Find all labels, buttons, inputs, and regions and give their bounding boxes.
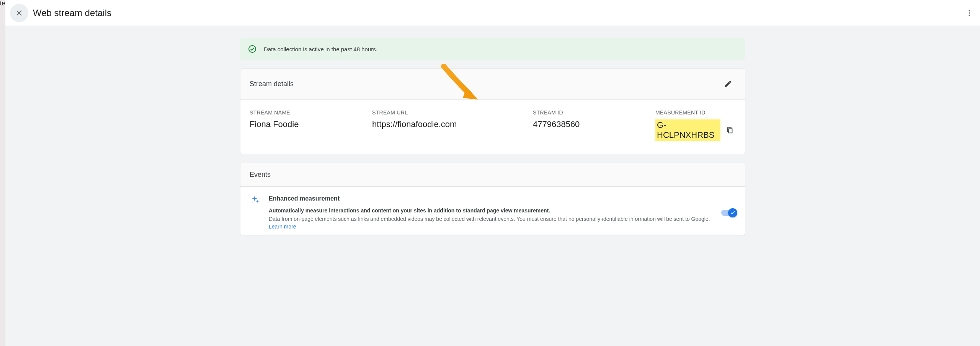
close-icon	[15, 9, 23, 17]
stream-details-body: STREAM NAME Fiona Foodie STREAM URL http…	[240, 100, 745, 154]
enhanced-measurement-toggle[interactable]	[721, 210, 736, 216]
stream-url-value: https://fionafoodie.com	[372, 119, 533, 129]
close-button[interactable]	[10, 4, 28, 22]
enhanced-measurement-line2: Data from on-page elements such as links…	[269, 215, 713, 231]
enhanced-measurement-title: Enhanced measurement	[269, 195, 713, 202]
enhanced-measurement-line1: Automatically measure interactions and c…	[269, 207, 713, 214]
measurement-id-value: G-HCLPNXHRBS	[655, 119, 720, 141]
stream-name-field: STREAM NAME Fiona Foodie	[250, 109, 372, 141]
events-title: Events	[250, 171, 271, 179]
measurement-id-field: MEASUREMENT ID G-HCLPNXHRBS	[655, 109, 736, 141]
stream-url-field: STREAM URL https://fionafoodie.com	[372, 109, 533, 141]
check-icon	[730, 210, 735, 215]
overflow-menu-button[interactable]	[962, 5, 977, 21]
svg-point-3	[249, 46, 256, 52]
edit-stream-button[interactable]	[720, 76, 736, 91]
status-banner: Data collection is active in the past 48…	[240, 38, 745, 60]
copy-measurement-id-button[interactable]	[724, 124, 736, 136]
stream-details-header: Stream details	[240, 69, 745, 100]
check-circle-icon	[248, 44, 257, 54]
stream-name-label: STREAM NAME	[250, 109, 372, 116]
background-sliver: te	[0, 0, 5, 346]
content: Data collection is active in the past 48…	[240, 26, 745, 248]
learn-more-link[interactable]: Learn more	[269, 224, 296, 230]
sparkle-icon	[250, 195, 260, 207]
copy-icon	[726, 126, 734, 134]
divider	[268, 235, 736, 235]
panel-header: Web stream details	[5, 0, 980, 26]
more-vert-icon	[965, 9, 973, 17]
stream-id-label: STREAM ID	[533, 109, 655, 116]
stream-name-value: Fiona Foodie	[250, 119, 372, 129]
panel: Web stream details Data collection is ac…	[5, 0, 980, 346]
events-card: Events Enhanced measurement Automaticall…	[240, 163, 745, 235]
stream-details-card: Stream details STREAM NAME Fiona Foodie …	[240, 68, 745, 154]
pencil-icon	[724, 80, 732, 88]
stream-url-label: STREAM URL	[372, 109, 533, 116]
svg-point-2	[969, 15, 970, 16]
enhanced-measurement-row: Enhanced measurement Automatically measu…	[240, 187, 745, 235]
stream-id-value: 4779638560	[533, 119, 655, 129]
stream-id-field: STREAM ID 4779638560	[533, 109, 655, 141]
status-message: Data collection is active in the past 48…	[264, 46, 377, 52]
page-title: Web stream details	[33, 8, 962, 18]
svg-point-1	[969, 12, 970, 13]
svg-point-0	[969, 10, 970, 11]
stream-details-title: Stream details	[250, 80, 294, 88]
measurement-id-label: MEASUREMENT ID	[655, 109, 736, 116]
events-header: Events	[240, 163, 745, 187]
